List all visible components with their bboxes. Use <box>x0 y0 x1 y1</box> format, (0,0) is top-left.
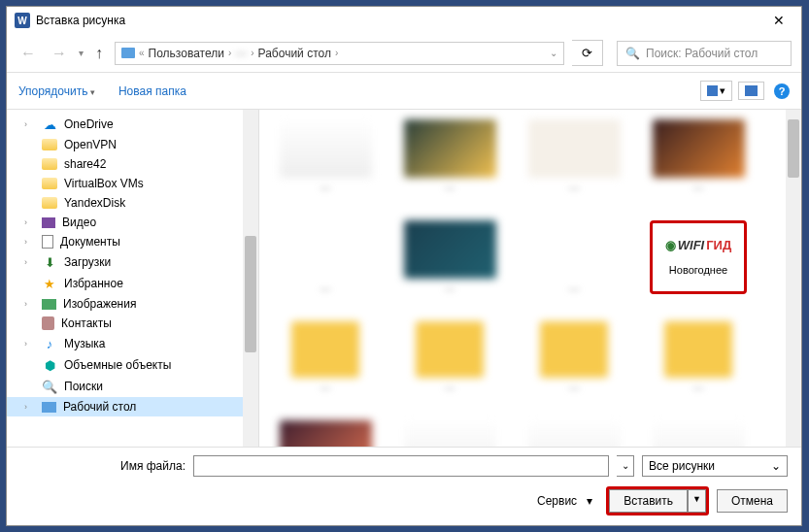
folder-tree: ›☁OneDrive OpenVPN share42 VirtualBox VM… <box>7 110 259 447</box>
tree-label: OneDrive <box>64 117 114 131</box>
close-button[interactable]: ✕ <box>764 13 793 28</box>
file-thumbnail[interactable]: — <box>525 119 623 193</box>
tree-label: VirtualBox VMs <box>64 177 144 190</box>
tree-item-folder[interactable]: YandexDisk <box>7 193 258 213</box>
tree-label: Видео <box>62 216 96 229</box>
tree-item-folder[interactable]: OpenVPN <box>7 135 258 154</box>
search-icon: 🔍 <box>42 379 57 394</box>
folder-thumbnail[interactable]: — <box>650 321 747 393</box>
tree-label: Загрузки <box>64 255 111 269</box>
file-thumbnail[interactable]: — <box>525 420 623 447</box>
search-input[interactable]: 🔍 Поиск: Рабочий стол <box>617 41 792 66</box>
video-icon <box>42 217 55 228</box>
cancel-button[interactable]: Отмена <box>717 489 788 513</box>
tree-label: Музыка <box>64 337 105 350</box>
tree-item-videos[interactable]: ›Видео <box>7 213 258 232</box>
tree-item-searches[interactable]: 🔍Поиски <box>7 376 258 397</box>
service-dropdown[interactable]: Сервис ▾ <box>537 494 592 508</box>
organize-button[interactable]: Упорядочить <box>18 84 95 98</box>
document-icon <box>42 235 53 249</box>
tree-label: Объемные объекты <box>64 358 171 372</box>
file-thumbnail[interactable]: — <box>525 220 623 294</box>
new-folder-button[interactable]: Новая папка <box>118 84 186 98</box>
tree-item-3d[interactable]: ⬢Объемные объекты <box>7 354 258 376</box>
file-thumbnail[interactable]: — <box>277 119 374 193</box>
tree-item-contacts[interactable]: Контакты <box>7 314 258 333</box>
titlebar: W Вставка рисунка ✕ <box>7 7 801 34</box>
filename-input[interactable] <box>193 455 609 477</box>
file-thumbnail[interactable]: — <box>277 420 374 447</box>
desktop-icon <box>42 402 56 413</box>
chevron-right-icon: › <box>251 48 253 58</box>
tree-item-downloads[interactable]: ›⬇Загрузки <box>7 251 258 273</box>
file-thumbnail[interactable]: — <box>277 220 374 294</box>
file-thumbnail[interactable]: — <box>401 420 498 447</box>
folder-thumbnail[interactable]: — <box>401 321 498 393</box>
cloud-icon: ☁ <box>42 116 57 132</box>
folder-icon <box>42 178 57 189</box>
dialog-body: ›☁OneDrive OpenVPN share42 VirtualBox VM… <box>7 110 801 447</box>
tree-item-folder[interactable]: VirtualBox VMs <box>7 174 258 193</box>
forward-button[interactable]: → <box>48 45 71 62</box>
content-scrollbar[interactable] <box>786 110 801 447</box>
contact-icon <box>42 316 54 330</box>
tree-item-desktop[interactable]: ›Рабочий стол <box>7 397 258 416</box>
breadcrumb-dropdown[interactable]: ⌄ <box>550 48 557 58</box>
file-grid: — — — — — — — ◉WIFIГИД Новогоднее — — — … <box>259 110 801 447</box>
breadcrumb-item[interactable]: — <box>235 47 247 60</box>
tree-label: Документы <box>60 235 120 249</box>
filename-dropdown[interactable]: ⌄ <box>617 455 634 477</box>
breadcrumb-item[interactable]: Пользователи <box>149 47 224 60</box>
chevron-down-icon: ⌄ <box>771 459 781 473</box>
file-thumbnail[interactable]: — <box>401 119 498 193</box>
view-mode-button[interactable]: ▾ <box>700 81 732 101</box>
logo-icon: ◉ <box>665 238 676 252</box>
file-thumbnail[interactable]: — <box>401 220 498 294</box>
breadcrumb[interactable]: « Пользователи › — › Рабочий стол › ⌄ <box>115 42 564 65</box>
up-button[interactable]: ↑ <box>91 45 107 62</box>
tree-label: OpenVPN <box>64 138 117 151</box>
sidebar-scrollbar[interactable] <box>243 110 258 447</box>
cube-icon: ⬢ <box>42 357 57 373</box>
tree-label: Контакты <box>61 316 112 330</box>
download-icon: ⬇ <box>42 254 57 270</box>
insert-dropdown[interactable]: ▼ <box>688 489 706 513</box>
image-icon <box>42 299 56 310</box>
dialog-title: Вставка рисунка <box>36 14 764 27</box>
insert-button-highlight: Вставить ▼ <box>606 486 709 515</box>
breadcrumb-item[interactable]: Рабочий стол <box>258 47 331 60</box>
preview-pane-button[interactable] <box>738 82 764 100</box>
file-thumbnail[interactable]: — <box>650 420 747 447</box>
filename-label: Имя файла: <box>20 459 185 473</box>
file-thumbnail-selected[interactable]: ◉WIFIГИД Новогоднее <box>650 220 747 294</box>
tree-item-pictures[interactable]: ›Изображения <box>7 294 258 314</box>
folder-icon <box>42 158 57 170</box>
tree-label: Изображения <box>63 297 136 311</box>
tree-label: YandexDisk <box>64 196 125 210</box>
refresh-button[interactable]: ⟳ <box>572 40 603 66</box>
file-thumbnail[interactable]: — <box>650 119 747 193</box>
toolbar: Упорядочить Новая папка ▾ ? <box>7 73 801 110</box>
help-icon[interactable]: ? <box>774 83 790 99</box>
tree-item-favorites[interactable]: ★Избранное <box>7 273 258 294</box>
search-icon: 🔍 <box>625 47 640 60</box>
word-icon: W <box>15 13 30 28</box>
nav-bar: ← → ▾ ↑ « Пользователи › — › Рабочий сто… <box>7 34 801 73</box>
tree-item-folder[interactable]: share42 <box>7 154 258 174</box>
chevron-right-icon: « <box>139 48 145 58</box>
star-icon: ★ <box>42 276 57 291</box>
folder-thumbnail[interactable]: — <box>277 321 374 393</box>
tree-item-music[interactable]: ›♪Музыка <box>7 333 258 354</box>
folder-thumbnail[interactable]: — <box>525 321 623 393</box>
location-icon <box>121 48 135 58</box>
insert-picture-dialog: W Вставка рисунка ✕ ← → ▾ ↑ « Пользовате… <box>6 6 802 526</box>
insert-button[interactable]: Вставить <box>609 489 688 513</box>
history-dropdown[interactable]: ▾ <box>79 48 84 58</box>
tree-item-onedrive[interactable]: ›☁OneDrive <box>7 114 258 135</box>
file-label: Новогоднее <box>669 264 727 276</box>
folder-icon <box>42 197 57 209</box>
back-button[interactable]: ← <box>17 45 40 62</box>
tree-item-documents[interactable]: ›Документы <box>7 232 258 251</box>
chevron-right-icon: › <box>335 48 338 58</box>
file-type-filter[interactable]: Все рисунки⌄ <box>642 455 788 477</box>
